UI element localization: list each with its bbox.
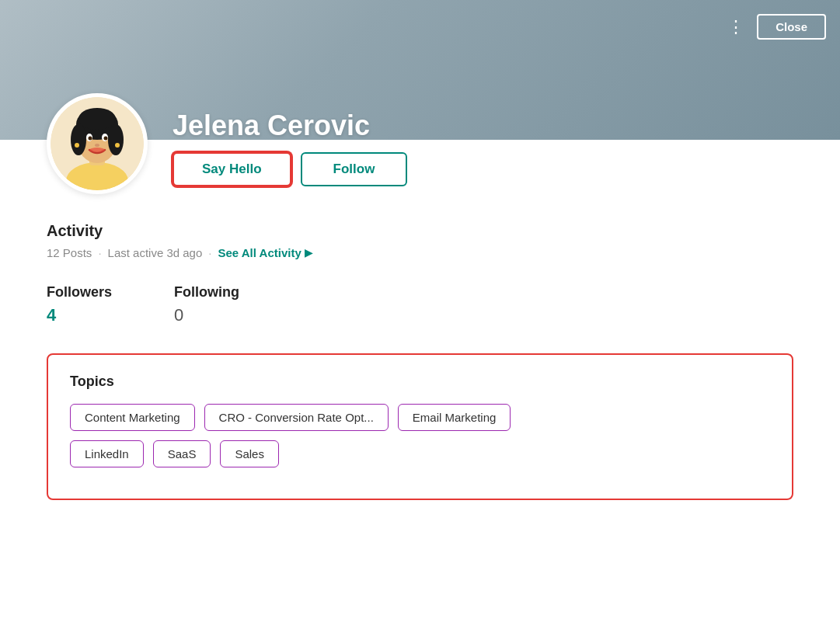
- activity-section: Activity 12 Posts · Last active 3d ago ·…: [47, 222, 793, 259]
- svg-point-11: [104, 137, 108, 141]
- follow-button[interactable]: Follow: [301, 152, 408, 186]
- more-options-icon[interactable]: ⋮: [727, 19, 746, 36]
- header-controls: ⋮ Close: [727, 14, 826, 40]
- svg-point-15: [115, 143, 120, 148]
- topics-box: Topics Content Marketing CRO - Conversio…: [47, 353, 793, 500]
- topic-tag-content-marketing[interactable]: Content Marketing: [70, 404, 195, 431]
- activity-meta: 12 Posts · Last active 3d ago · See All …: [47, 246, 793, 259]
- svg-point-14: [75, 143, 79, 148]
- followers-block: Followers 4: [47, 284, 112, 325]
- svg-point-12: [95, 144, 99, 147]
- profile-name: Jelena Cerovic: [173, 110, 407, 141]
- svg-point-13: [89, 148, 105, 152]
- avatar: [47, 93, 148, 194]
- topic-tag-cro[interactable]: CRO - Conversion Rate Opt...: [204, 404, 389, 431]
- profile-section: Jelena Cerovic Say Hello Follow: [0, 93, 840, 194]
- close-button[interactable]: Close: [757, 14, 826, 40]
- topic-tag-linkedin[interactable]: LinkedIn: [70, 440, 144, 467]
- say-hello-button[interactable]: Say Hello: [173, 152, 291, 186]
- posts-count: 12 Posts: [47, 246, 92, 259]
- last-active: Last active 3d ago: [108, 246, 203, 259]
- followers-label: Followers: [47, 284, 112, 301]
- see-all-activity-link[interactable]: See All Activity ▶: [218, 246, 312, 259]
- svg-point-6: [108, 124, 124, 155]
- following-label: Following: [174, 284, 239, 301]
- svg-point-5: [71, 124, 86, 155]
- topic-tag-sales[interactable]: Sales: [220, 440, 279, 467]
- activity-title: Activity: [47, 222, 793, 240]
- topics-row-2: LinkedIn SaaS Sales: [70, 440, 770, 467]
- dot-separator-2: ·: [208, 246, 211, 259]
- topic-tag-saas[interactable]: SaaS: [153, 440, 211, 467]
- see-all-arrow-icon: ▶: [305, 247, 312, 259]
- followers-count: 4: [47, 305, 112, 325]
- svg-point-10: [89, 137, 92, 141]
- following-block: Following 0: [174, 284, 239, 325]
- dot-separator-1: ·: [98, 246, 101, 259]
- topics-row-1: Content Marketing CRO - Conversion Rate …: [70, 404, 770, 431]
- avatar-image: [51, 97, 144, 190]
- follow-stats: Followers 4 Following 0: [47, 284, 793, 325]
- profile-actions: Say Hello Follow: [173, 152, 407, 186]
- see-all-label: See All Activity: [218, 246, 301, 259]
- topics-title: Topics: [70, 374, 770, 390]
- profile-info: Jelena Cerovic Say Hello Follow: [173, 103, 407, 194]
- content-area: Activity 12 Posts · Last active 3d ago ·…: [0, 194, 840, 531]
- profile-modal: ⋮ Close: [0, 0, 840, 629]
- svg-point-7: [78, 108, 116, 130]
- following-count: 0: [174, 305, 239, 325]
- topic-tag-email-marketing[interactable]: Email Marketing: [398, 404, 511, 431]
